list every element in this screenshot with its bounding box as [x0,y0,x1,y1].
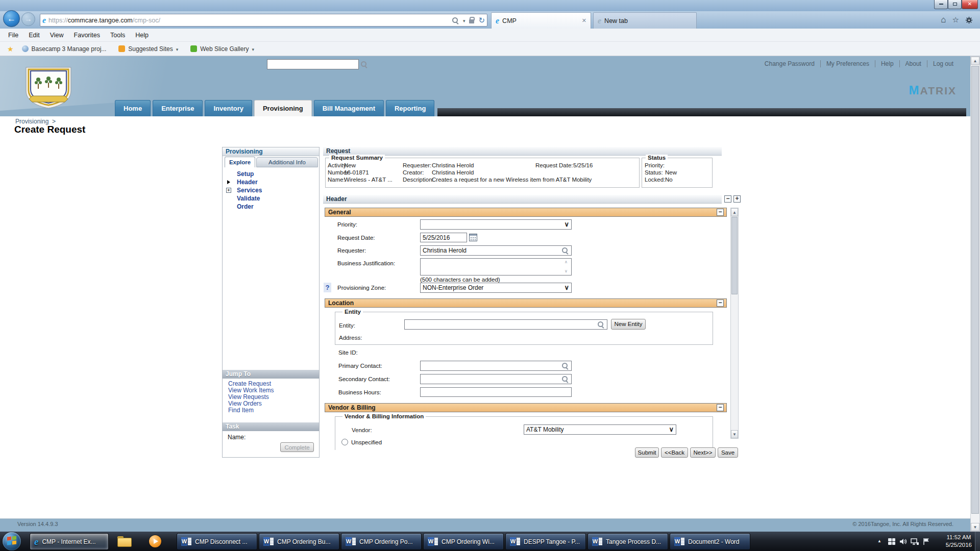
menu-help[interactable]: Help [130,29,154,42]
next-button[interactable]: Next>> [690,447,716,458]
taskbar-ie-button[interactable]: e CMP - Internet Ex... [30,533,109,550]
taskbar-explorer-icon[interactable] [117,536,131,546]
tree-item-validate[interactable]: Validate [223,194,319,203]
refresh-icon[interactable]: ↻ [478,16,485,25]
taskbar-word-button-4[interactable]: CMP Ordering Wi... [423,533,504,550]
start-button[interactable] [3,532,21,550]
favorites-star-icon[interactable]: ☆ [952,15,959,24]
tray-expand-icon[interactable]: ▲ [877,539,881,543]
gear-icon[interactable] [965,16,973,24]
menu-view[interactable]: View [45,29,69,42]
expand-plus-icon[interactable] [226,188,231,193]
location-collapse-icon[interactable]: − [717,299,724,307]
taskbar-word-button-3[interactable]: CMP Ordering Po... [341,533,422,550]
favorite-basecamp[interactable]: Basecamp 3 Manage proj... [16,42,113,56]
menu-file[interactable]: File [3,29,23,42]
scroll-down-icon[interactable]: ∨ [565,269,568,273]
secondary-contact-lookup-icon[interactable] [561,375,569,383]
home-icon[interactable]: ⌂ [941,15,946,25]
tray-volume-icon[interactable] [899,538,907,545]
menu-favorites[interactable]: Favorites [69,29,105,42]
general-section-bar[interactable]: General [325,208,727,217]
complete-button[interactable]: Complete [280,442,314,452]
scrollbar-up-icon[interactable]: ▲ [731,208,738,216]
menu-edit[interactable]: Edit [23,29,45,42]
provisioning-zone-select[interactable]: NON-Enterprise Order [420,283,572,293]
help-icon[interactable]: ? [324,283,331,292]
taskbar-word-button-6[interactable]: Tangoe Process D... [587,533,668,550]
browser-scrollbar[interactable]: ▲ ▼ [970,56,980,532]
vendor-collapse-icon[interactable]: − [717,404,724,411]
nav-tab-reporting[interactable]: Reporting [386,100,434,116]
submit-button[interactable]: Submit [635,447,659,458]
expand-all-icon[interactable]: + [733,195,741,203]
nav-tab-enterprise[interactable]: Enterprise [153,100,203,116]
vendor-billing-section-bar[interactable]: Vendor & Billing [325,403,727,412]
entity-input[interactable] [404,319,607,330]
taskbar-media-player-icon[interactable] [149,535,161,547]
entity-lookup-icon[interactable] [597,321,604,328]
back-button[interactable]: ← [3,10,20,27]
forward-button[interactable]: → [21,12,35,26]
primary-contact-lookup-icon[interactable] [561,362,569,369]
priority-select[interactable] [420,219,572,230]
browser-tab-new[interactable]: e New tab [593,12,697,29]
nav-tab-bill-management[interactable]: Bill Management [314,100,384,116]
calendar-icon[interactable] [469,234,477,241]
general-collapse-icon[interactable]: − [717,209,724,216]
requester-lookup-icon[interactable] [561,247,569,254]
request-date-input[interactable] [420,233,467,242]
collapse-all-icon[interactable]: − [724,195,731,203]
menu-tools[interactable]: Tools [105,29,130,42]
browser-scrollbar-thumb[interactable] [971,66,979,514]
change-password-link[interactable]: Change Password [759,60,821,67]
business-hours-input[interactable] [420,387,572,397]
vendor-select[interactable]: AT&T Mobility [524,424,676,435]
tray-action-center-flag-icon[interactable] [923,538,929,545]
favorite-suggested-sites[interactable]: Suggested Sites [112,42,184,56]
browser-scrollbar-down-icon[interactable]: ▼ [971,523,979,531]
new-entity-button[interactable]: New Entity [611,319,646,330]
business-justification-textarea[interactable] [420,258,572,276]
scroll-up-icon[interactable]: ∧ [565,260,568,264]
primary-contact-input[interactable] [420,361,572,371]
nav-tab-provisioning[interactable]: Provisioning [254,100,312,116]
back-button-form[interactable]: <<Back [661,447,688,458]
taskbar-word-button-7[interactable]: Document2 - Word [670,533,750,550]
search-dropdown-caret-icon[interactable] [463,17,465,24]
browser-tab-cmp[interactable]: e CMP ✕ [491,12,591,29]
tree-item-order[interactable]: Order [223,203,319,211]
window-close-button[interactable]: ✕ [962,0,978,9]
taskbar-word-button-5[interactable]: DESPP Tangoe - P... [505,533,586,550]
tab-close-icon[interactable]: ✕ [582,17,586,24]
tray-network-icon[interactable] [911,538,919,545]
portal-search-icon[interactable] [360,61,368,68]
portal-search-input[interactable] [267,59,359,69]
help-link[interactable]: Help [875,60,900,67]
window-minimize-button[interactable] [934,0,948,9]
taskbar-word-button-2[interactable]: CMP Ordering Bu... [259,533,339,550]
panel-scrollbar-thumb[interactable] [731,217,738,294]
tray-windows-icon[interactable] [888,538,895,545]
show-desktop-button[interactable] [975,532,980,551]
search-icon[interactable] [452,17,459,24]
taskbar-word-button-1[interactable]: CMP Disconnect ... [177,533,257,550]
save-button[interactable]: Save [718,447,738,458]
panel-scrollbar[interactable]: ▲ ▼ [730,208,739,439]
tree-item-services[interactable]: Services [223,186,319,194]
favorite-web-slice-gallery[interactable]: Web Slice Gallery [184,42,260,56]
address-bar[interactable]: e https://commcare.tangoe.com/cmp-soc/ ↻ [40,14,487,27]
unspecified-radio[interactable] [341,439,348,445]
nav-tab-home[interactable]: Home [115,100,151,116]
tab-additional-info[interactable]: Additional Info [256,157,318,167]
browser-scrollbar-up-icon[interactable]: ▲ [971,57,979,65]
nav-tab-inventory[interactable]: Inventory [205,100,252,116]
my-preferences-link[interactable]: My Preferences [821,60,875,67]
logout-link[interactable]: Log out [927,60,953,67]
tree-item-header[interactable]: Header [223,178,319,186]
secondary-contact-input[interactable] [420,374,572,384]
location-section-bar[interactable]: Location [325,298,727,308]
tab-explore[interactable]: Explore [225,157,255,167]
about-link[interactable]: About [900,60,927,67]
requester-input[interactable] [420,245,572,256]
